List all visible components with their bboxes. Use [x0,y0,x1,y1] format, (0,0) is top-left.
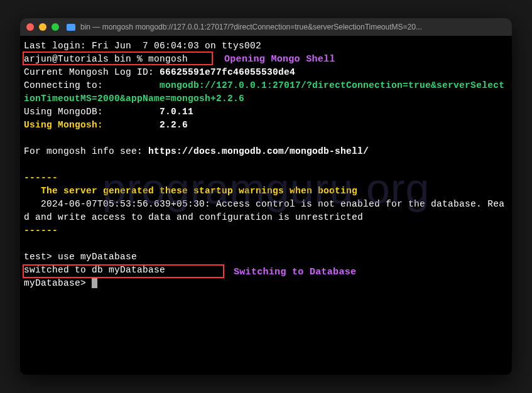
log-id-line: Current Mongosh Log ID: 66625591e77fc460… [24,66,508,79]
connecting-line: Connecting to: mongodb://127.0.0.1:27017… [24,79,508,105]
highlight-box-2 [23,264,224,278]
folder-icon [67,24,75,31]
mongodb-version: 7.0.11 [160,107,193,117]
minimize-button[interactable] [39,23,46,31]
dash-line-2: ------ [24,224,508,237]
dash-line-1: ------ [24,171,508,185]
last-login-line: Last login: Fri Jun 7 06:04:03 on ttys00… [24,40,508,53]
warning-header: The server generated these startup warni… [24,185,508,198]
mydb-prompt: myDatabase> [24,278,86,288]
mongodb-label: Using MongoDB: [24,107,103,117]
terminal-window: bin — mongosh mongodb://127.0.0.1:27017/… [20,18,512,375]
annotation-switch-db: Switching to Database [234,266,356,279]
docs-label: For mongosh info see: [24,146,148,156]
warn-header-text: The server generated these startup warni… [41,186,357,196]
log-id-label: Current Mongosh Log ID: [24,67,154,77]
blank-line-2 [24,158,508,171]
connecting-label: Connecting to: [24,80,103,90]
test-prompt-line: test> use myDatabase [24,250,508,264]
traffic-lights [26,23,59,31]
log-id-value: 66625591e77fc46055530de4 [160,67,295,77]
mongodb-version-line: Using MongoDB: 7.0.11 [24,105,508,119]
annotation-open-shell: Opening Mongo Shell [224,53,335,67]
blank-line [24,132,508,145]
test-prompt: test> [24,252,52,262]
maximize-button[interactable] [52,23,59,31]
warning-body: 2024-06-07T05:53:56.639+05:30: Access co… [24,198,508,224]
mongosh-version: 2.2.6 [160,120,188,130]
use-command: use myDatabase [58,252,137,262]
docs-line: For mongosh info see: https://docs.mongo… [24,145,508,158]
terminal-body[interactable]: Opening Mongo Shell Switching to Databas… [20,36,512,375]
titlebar: bin — mongosh mongodb://127.0.0.1:27017/… [20,18,512,36]
mongosh-version-line: Using Mongosh: 2.2.6 [24,119,508,132]
blank-line-3 [24,237,508,250]
docs-url: https://docs.mongodb.com/mongodb-shell/ [148,146,369,156]
close-button[interactable] [26,23,34,31]
window-title: bin — mongosh mongodb://127.0.0.1:27017/… [80,23,422,31]
highlight-box-1 [23,51,213,65]
cursor [92,277,97,288]
mongosh-label: Using Mongosh: [24,120,103,130]
